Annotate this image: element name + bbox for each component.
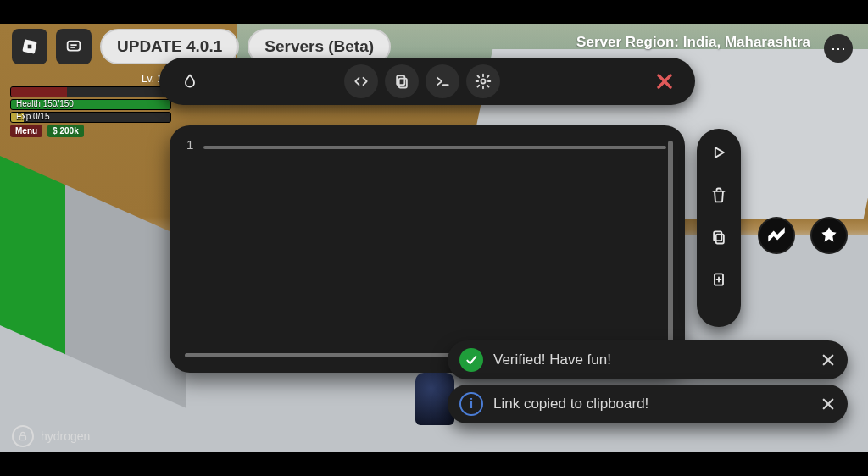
check-icon (459, 348, 483, 372)
health-bar: Health 150/150 (10, 99, 171, 110)
editor-caret-line (203, 146, 666, 149)
settings-button[interactable] (466, 64, 500, 98)
svg-rect-12 (716, 235, 724, 244)
clear-button[interactable] (704, 180, 734, 210)
toast-link-close[interactable] (821, 396, 836, 412)
chat-button[interactable] (56, 29, 92, 64)
info-icon: i (459, 392, 483, 416)
executor-toolbar (159, 58, 695, 105)
svg-rect-21 (20, 435, 26, 440)
lock-icon (12, 425, 34, 447)
ability-button-1[interactable] (758, 217, 795, 254)
exp-bar: Exp 0/15 (10, 112, 171, 123)
toast-verified: Verified! Have fun! (448, 340, 848, 379)
close-button[interactable] (648, 64, 682, 98)
terminal-button[interactable] (426, 64, 459, 98)
menu-chip[interactable]: Menu (10, 125, 42, 137)
newfile-button[interactable] (704, 264, 734, 295)
executor-sidebar (697, 129, 741, 327)
run-button[interactable] (704, 137, 734, 168)
toast-link-copied: i Link copied to clipboard! (448, 385, 848, 423)
health-text: Health 150/150 (16, 99, 74, 108)
ability-button-2[interactable] (810, 217, 848, 254)
editor-vscrollbar[interactable] (668, 141, 673, 356)
exp-text: Exp 0/15 (16, 112, 49, 121)
svg-rect-13 (714, 231, 721, 241)
paste-button[interactable] (704, 222, 734, 252)
roblox-logo-button[interactable] (12, 29, 47, 64)
server-region-value: India, Maharashtra (683, 34, 810, 50)
level-label: Lv. 1 (10, 73, 163, 85)
watermark: hydrogen (12, 425, 90, 447)
drop-icon (173, 64, 207, 98)
svg-point-8 (481, 80, 486, 84)
server-region-prefix: Server Region: (576, 34, 679, 50)
toast-link-text: Link copied to clipboard! (493, 396, 648, 412)
svg-marker-11 (715, 147, 724, 158)
svg-rect-5 (399, 79, 407, 88)
toast-verified-text: Verified! Have fun! (493, 351, 611, 368)
overflow-menu-button[interactable]: ⋯ (824, 34, 853, 63)
line-number: 1 (186, 137, 193, 152)
server-region-label: Server Region: India, Maharashtra (576, 34, 810, 51)
stamina-bar (10, 86, 171, 97)
svg-rect-1 (28, 45, 32, 49)
player-hud: Lv. 1 Health 150/150 Exp 0/15 Menu $ 200… (10, 73, 171, 137)
code-editor[interactable]: 1 (170, 125, 685, 373)
toast-verified-close[interactable] (821, 352, 836, 368)
code-button[interactable] (344, 64, 378, 98)
svg-rect-6 (397, 75, 404, 85)
copy-button[interactable] (385, 64, 419, 98)
watermark-text: hydrogen (41, 429, 90, 443)
cash-chip: $ 200k (47, 125, 84, 137)
